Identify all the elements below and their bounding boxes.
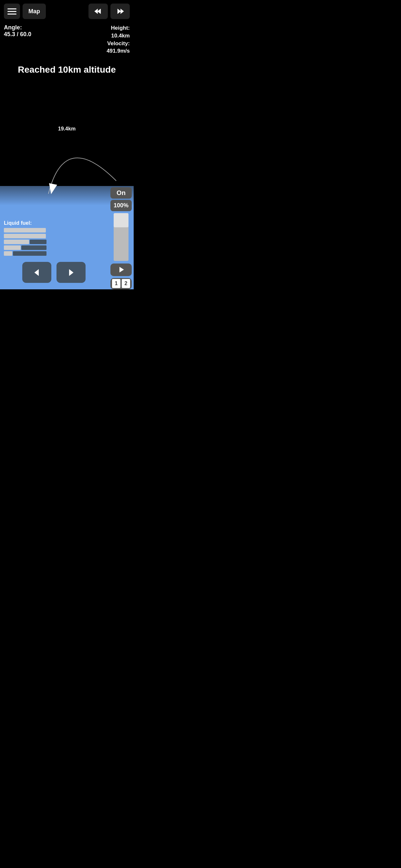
fuel-bar-1 bbox=[4, 228, 47, 232]
svg-marker-1 bbox=[94, 9, 98, 14]
svg-marker-3 bbox=[120, 9, 124, 14]
fuel-segment-3a bbox=[4, 240, 29, 244]
velocity-value: 491.9m/s bbox=[106, 47, 130, 55]
svg-marker-7 bbox=[69, 269, 73, 276]
angle-label: Angle: bbox=[4, 24, 31, 31]
altitude-notification: Reached 10km altitude bbox=[0, 65, 134, 75]
bottom-controls bbox=[0, 262, 108, 283]
velocity-label: Velocity: bbox=[106, 40, 130, 48]
throttle-thumb bbox=[114, 213, 128, 227]
engine-toggle-button[interactable]: On bbox=[111, 187, 132, 198]
bottom-forward-button[interactable] bbox=[57, 262, 86, 283]
distance-label: 19.4km bbox=[0, 126, 134, 132]
forward-icon bbox=[65, 267, 77, 278]
fuel-panel: Liquid fuel: bbox=[4, 220, 47, 257]
play-icon bbox=[116, 265, 126, 275]
fuel-segment-1 bbox=[4, 228, 46, 232]
fuel-bar-4 bbox=[4, 245, 47, 250]
play-button[interactable] bbox=[111, 264, 132, 276]
throttle-slider[interactable] bbox=[114, 213, 128, 261]
fuel-bar-2 bbox=[4, 234, 47, 238]
svg-marker-6 bbox=[35, 269, 39, 276]
svg-marker-0 bbox=[97, 9, 101, 14]
stage-1-label: 1 bbox=[112, 279, 120, 288]
top-bar: Map bbox=[0, 0, 134, 23]
fuel-label: Liquid fuel: bbox=[4, 220, 47, 226]
rewind-button[interactable] bbox=[89, 4, 108, 19]
stage-2-label: 2 bbox=[122, 279, 130, 288]
top-left-controls: Map bbox=[4, 4, 46, 19]
fuel-segment-4b bbox=[21, 245, 47, 250]
fuel-segment-2 bbox=[4, 234, 46, 238]
right-controls: On 100% 1 2 bbox=[109, 187, 134, 289]
height-label: Height: bbox=[106, 24, 130, 32]
menu-button[interactable] bbox=[4, 4, 20, 19]
fuel-bar-3 bbox=[4, 240, 47, 244]
fuel-segment-5a bbox=[4, 251, 12, 256]
stage-button[interactable]: 1 2 bbox=[111, 278, 132, 289]
fastforward-button[interactable] bbox=[111, 4, 130, 19]
throttle-percent-button[interactable]: 100% bbox=[111, 200, 132, 211]
fuel-bar-5 bbox=[4, 251, 47, 256]
height-value: 10.4km bbox=[106, 32, 130, 40]
fuel-segment-4a bbox=[4, 245, 21, 250]
svg-marker-2 bbox=[118, 9, 121, 14]
bottom-back-button[interactable] bbox=[22, 262, 51, 283]
svg-marker-5 bbox=[120, 267, 124, 273]
angle-value: 45.3 / 60.0 bbox=[4, 31, 31, 38]
stats-left: Angle: 45.3 / 60.0 bbox=[4, 24, 31, 38]
stats-right: Height: 10.4km Velocity: 491.9m/s bbox=[106, 24, 130, 55]
fuel-segment-3b bbox=[30, 240, 47, 244]
top-right-controls bbox=[89, 4, 130, 19]
map-button[interactable]: Map bbox=[23, 4, 46, 19]
fuel-segment-5b bbox=[13, 251, 47, 256]
back-icon bbox=[31, 267, 42, 278]
